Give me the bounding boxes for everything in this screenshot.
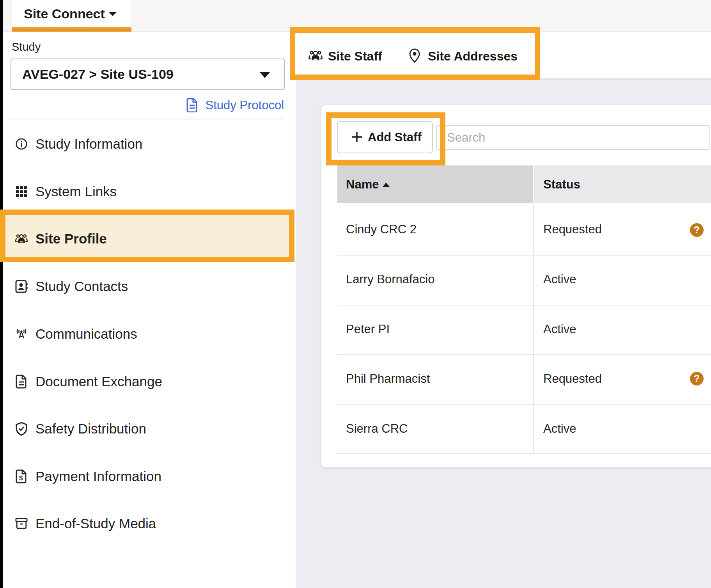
svg-text:$: $ bbox=[19, 474, 23, 482]
